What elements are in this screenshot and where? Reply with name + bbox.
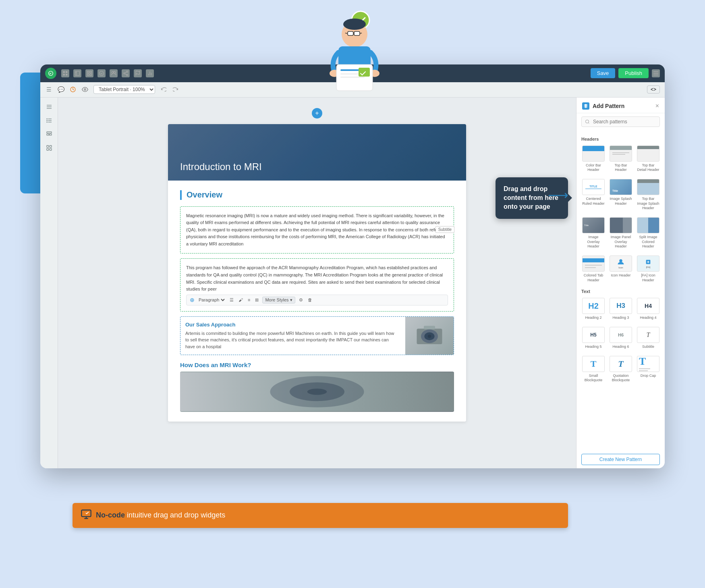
sidebar-icon-structure[interactable] — [45, 130, 54, 139]
pattern-top-bar-detail-header[interactable]: Top Bar Detail Header — [636, 144, 660, 174]
sidebar-icon-menu[interactable] — [45, 102, 54, 111]
pattern-image-splash-header[interactable]: Title Image Splash Header — [609, 177, 633, 212]
page-body: Overview Magnetic resonance imaging (MRI… — [168, 181, 466, 422]
icon-share[interactable] — [122, 69, 130, 77]
page-hero: Introduction to MRI — [168, 124, 466, 181]
list-button[interactable]: ☰ — [228, 297, 235, 303]
patterns-scroll[interactable]: Headers Color Bar Header — [576, 130, 665, 451]
pattern-label: Color Bar Header — [582, 163, 605, 172]
drag-handle-icon[interactable]: ⊕ — [190, 297, 195, 303]
redo-icon[interactable] — [172, 86, 179, 93]
app-window: Save Publish ☰ 💬 Tablet Portrait · 100% — [40, 64, 665, 468]
text-content-block-2[interactable]: This program has followed the approach o… — [180, 258, 454, 311]
pattern-color-bar-header[interactable]: Color Bar Header — [581, 144, 605, 174]
pattern-subtitle[interactable]: T Subtitle — [636, 325, 660, 351]
settings-button[interactable]: ⚙ — [298, 297, 304, 303]
add-section-button[interactable]: + — [312, 108, 322, 118]
pattern-colored-tab-header[interactable]: Colored Tab Header — [581, 254, 605, 284]
pattern-thumb: T — [637, 356, 659, 372]
toolbar-right: Save Publish — [591, 68, 660, 78]
comments-icon[interactable]: 💬 — [57, 86, 64, 93]
svg-rect-22 — [90, 74, 91, 75]
pattern-drop-cap[interactable]: T Drop Cap — [636, 354, 660, 384]
sales-approach-block[interactable]: Our Sales Approach Artemis is committed … — [180, 316, 454, 355]
banner-bold-text: No-code — [96, 511, 125, 519]
brush-button[interactable]: 🖌 — [237, 297, 244, 302]
pattern-centered-ruled-header[interactable]: TITLE Centered Ruled Header — [581, 177, 605, 212]
pattern-thumb — [637, 145, 659, 162]
pattern-label: Heading 2 — [585, 316, 601, 320]
svg-point-28 — [126, 74, 128, 76]
pattern-top-bar-image-splash-header[interactable]: Top Bar Image Splash Header — [636, 177, 660, 212]
undo-icon[interactable] — [160, 86, 167, 93]
character-illustration — [312, 8, 393, 97]
pattern-image-panel-overlay-header[interactable]: Image Panel Overlay Header — [609, 216, 633, 251]
banner-icon — [81, 509, 92, 522]
svg-rect-50 — [47, 145, 49, 148]
add-pattern-panel: Add Pattern × Headers Color Bar Header — [576, 98, 665, 468]
svg-rect-47 — [47, 132, 52, 133]
text-content-block[interactable]: Magnetic resonance imaging (MRI) is now … — [180, 206, 454, 254]
preview-icon[interactable] — [81, 86, 89, 93]
svg-point-45 — [47, 120, 47, 121]
pattern-heading-2[interactable]: H2 Heading 2 — [581, 296, 605, 322]
pattern-heading-3[interactable]: H3 Heading 3 — [609, 296, 633, 322]
pattern-image-overlay-header[interactable]: Title Image Overlay Header — [581, 216, 605, 251]
more-styles-button[interactable]: More Styles ▾ — [262, 297, 295, 303]
icon-users[interactable] — [110, 69, 118, 77]
pattern-label: Colored Tab Header — [582, 273, 605, 283]
pattern-label: Drop Cap — [641, 374, 656, 378]
pattern-label: Subtitle — [642, 345, 654, 349]
icon-grid[interactable] — [85, 69, 93, 77]
svg-rect-14 — [63, 71, 65, 73]
overview-header: Overview — [180, 190, 454, 200]
paragraph-style-select[interactable]: Paragraph — [197, 297, 226, 303]
icon-pages[interactable] — [61, 69, 69, 77]
history-icon[interactable] — [69, 86, 77, 93]
icon-chart[interactable] — [146, 69, 154, 77]
pattern-search-input[interactable] — [581, 116, 660, 127]
move-button[interactable]: ⊞ — [254, 297, 260, 303]
toolbar2-right: <> — [647, 85, 660, 93]
svg-rect-49 — [49, 134, 51, 135]
pattern-label: Heading 4 — [640, 316, 656, 320]
pattern-heading-5[interactable]: H5 Heading 5 — [581, 325, 605, 351]
sales-title: Our Sales Approach — [185, 322, 396, 328]
svg-rect-52 — [47, 148, 49, 150]
pattern-top-bar-header[interactable]: Top Bar Header — [609, 144, 633, 174]
create-pattern-button[interactable]: Create New Pattern — [581, 454, 660, 465]
icon-content[interactable] — [73, 69, 81, 77]
panel-title: Add Pattern — [593, 103, 624, 109]
pattern-fai-icon-header[interactable]: [FA] [FA] Icon Header — [636, 254, 660, 284]
panel-title-row: Add Pattern — [582, 102, 624, 110]
save-button[interactable]: Save — [591, 68, 616, 78]
svg-point-26 — [126, 71, 128, 73]
sidebar-icon-list[interactable] — [45, 116, 54, 125]
pattern-thumb: Title — [582, 217, 605, 233]
editor-area[interactable]: + Introduction to MRI Overview — [58, 98, 576, 468]
more-options-icon[interactable] — [652, 69, 660, 77]
delete-button[interactable]: 🗑 — [307, 297, 313, 302]
pattern-label: [FA] Icon Header — [637, 273, 659, 283]
code-button[interactable]: <> — [647, 85, 660, 93]
sidebar-icon-components[interactable] — [45, 143, 54, 152]
pattern-heading-6[interactable]: H6 Heading 6 — [609, 325, 633, 351]
pattern-small-blockquote[interactable]: T Small Blockquote — [581, 354, 605, 384]
outer-wrapper: Save Publish ☰ 💬 Tablet Portrait · 100% — [40, 32, 665, 556]
align-button[interactable]: ≡ — [247, 297, 251, 302]
panel-close-button[interactable]: × — [655, 102, 659, 110]
svg-rect-19 — [87, 71, 89, 73]
mri-section-title: How Does an MRI Work? — [180, 362, 454, 368]
svg-rect-48 — [47, 134, 49, 135]
pattern-heading-4[interactable]: H4 Heading 4 — [636, 296, 660, 322]
icon-check[interactable] — [97, 69, 106, 77]
pattern-split-image-colored-header[interactable]: Split Image Colored Header — [636, 216, 660, 251]
view-selector[interactable]: Tablet Portrait · 100% — [93, 85, 155, 94]
icon-flag[interactable] — [134, 69, 142, 77]
sidebar-toggle-icon[interactable]: ☰ — [45, 86, 52, 93]
svg-point-46 — [47, 122, 47, 122]
publish-button[interactable]: Publish — [618, 68, 649, 78]
pattern-quotation-blockquote[interactable]: T Quotation Blockquote — [609, 354, 633, 384]
headers-section-label: Headers — [581, 137, 660, 141]
pattern-icon-header[interactable]: Icon Icon Header — [609, 254, 633, 284]
